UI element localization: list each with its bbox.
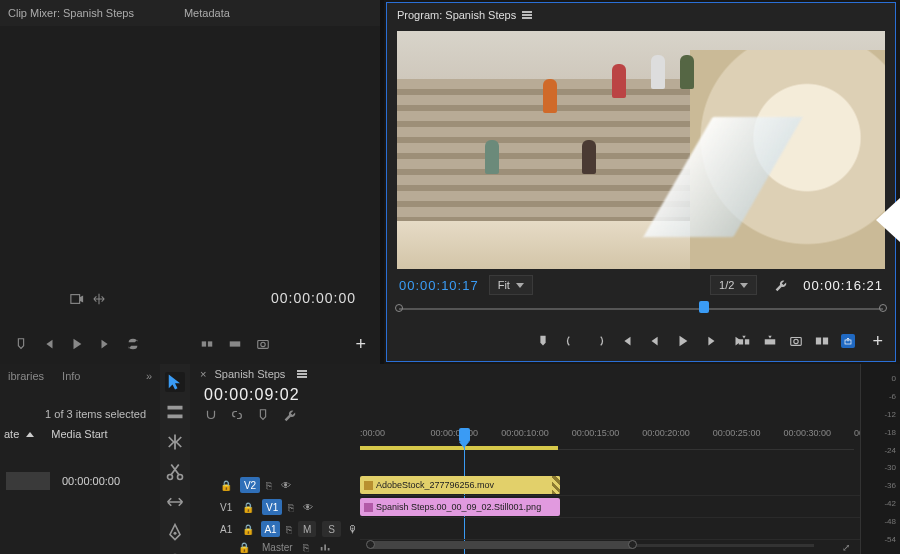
lock-icon[interactable]: 🔒 — [220, 480, 234, 491]
step-forward-icon[interactable] — [98, 337, 112, 351]
comparison-view-icon[interactable] — [815, 334, 829, 348]
tab-libraries[interactable]: ibraries — [8, 370, 44, 382]
track-toggle-a1[interactable]: A1 — [261, 521, 280, 537]
track-header-v1[interactable]: V1 🔒 V1 ⎘ 👁 — [190, 496, 360, 518]
tab-info[interactable]: Info — [62, 370, 80, 382]
track-lane-v2[interactable]: AdobeStock_277796256.mov — [360, 474, 860, 496]
razor-tool-icon[interactable] — [165, 462, 185, 482]
mute-button[interactable]: M — [298, 521, 317, 537]
tab-clip-mixer[interactable]: Clip Mixer: Spanish Steps — [8, 7, 134, 19]
sync-lock-icon[interactable]: ⎘ — [266, 480, 272, 491]
extract-icon[interactable] — [763, 334, 777, 348]
sync-lock-icon[interactable]: ⎘ — [303, 542, 309, 553]
timeline-timecode[interactable]: 00:00:09:02 — [190, 384, 860, 406]
lock-icon[interactable]: 🔒 — [242, 502, 256, 513]
timeline-zoom-scrollbar[interactable] — [368, 540, 814, 550]
clip-v2[interactable]: AdobeStock_277796256.mov — [360, 476, 560, 494]
column-rate[interactable]: ate — [4, 428, 19, 440]
sync-lock-icon[interactable]: ⎘ — [288, 502, 294, 513]
export-frame-icon[interactable] — [789, 334, 803, 348]
close-sequence-icon[interactable]: × — [200, 368, 206, 380]
program-add-button[interactable]: + — [872, 331, 883, 352]
panel-menu-icon[interactable] — [297, 370, 307, 378]
zoom-handle-right[interactable] — [628, 540, 637, 549]
solo-button[interactable]: S — [322, 521, 341, 537]
snap-icon[interactable] — [204, 408, 218, 422]
timeline-settings-icon[interactable] — [282, 408, 296, 422]
track-toggle-v2[interactable]: V2 — [240, 477, 260, 493]
step-back-icon[interactable] — [648, 334, 662, 348]
collapse-arrow-icon[interactable] — [876, 198, 900, 242]
zoom-handle-left[interactable] — [366, 540, 375, 549]
overwrite-icon[interactable] — [228, 337, 242, 351]
meter-mark: -30 — [884, 463, 896, 472]
overflow-chevron-icon[interactable]: » — [146, 370, 152, 382]
insert-icon[interactable] — [200, 337, 214, 351]
meter-mark: -48 — [884, 517, 896, 526]
export-frame-icon[interactable] — [256, 337, 270, 351]
scrollbar-thumb[interactable] — [368, 541, 636, 549]
lock-icon[interactable]: 🔒 — [242, 524, 255, 535]
track-header-a1[interactable]: A1 🔒 A1 ⎘ M S 🎙 — [190, 518, 360, 540]
meter-icon[interactable] — [319, 540, 333, 554]
step-back-icon[interactable] — [42, 337, 56, 351]
panel-menu-icon[interactable] — [522, 11, 532, 19]
meter-mark: -6 — [884, 392, 896, 401]
fx-badge-icon — [364, 503, 373, 512]
project-item-thumbnail[interactable] — [6, 472, 50, 490]
add-marker-icon[interactable] — [14, 337, 28, 351]
linked-selection-icon[interactable] — [230, 408, 244, 422]
svg-rect-6 — [739, 339, 743, 344]
track-header-v2[interactable]: 🔒 V2 ⎘ 👁 — [190, 474, 360, 496]
program-monitor[interactable] — [397, 31, 885, 269]
selection-tool-icon[interactable] — [165, 372, 185, 392]
step-forward-icon[interactable] — [704, 334, 718, 348]
track-lane-v1[interactable]: Spanish Steps.00_00_09_02.Still001.png — [360, 496, 860, 518]
source-add-button[interactable]: + — [355, 334, 366, 355]
project-selection-status: 1 of 3 items selected — [0, 394, 160, 428]
sort-ascending-icon[interactable] — [26, 432, 34, 437]
track-select-tool-icon[interactable] — [165, 402, 185, 422]
slip-tool-icon[interactable] — [165, 492, 185, 512]
sync-lock-icon[interactable]: ⎘ — [286, 524, 292, 535]
voiceover-record-icon[interactable]: 🎙 — [347, 522, 360, 536]
eye-icon[interactable]: 👁 — [300, 502, 316, 513]
expand-chevron-icon[interactable]: ⤢ — [842, 542, 850, 553]
clip-v1[interactable]: Spanish Steps.00_00_09_02.Still001.png — [360, 498, 560, 516]
source-video-only-icon[interactable] — [70, 292, 84, 306]
svg-point-10 — [794, 339, 798, 343]
clip-label: AdobeStock_277796256.mov — [376, 480, 494, 490]
program-scrub-bar[interactable] — [399, 299, 883, 319]
zoom-fit-dropdown[interactable]: Fit — [489, 275, 533, 295]
go-to-in-icon[interactable] — [620, 334, 634, 348]
lock-icon[interactable]: 🔒 — [238, 542, 252, 553]
settings-wrench-icon[interactable] — [773, 278, 787, 292]
track-toggle-v1[interactable]: V1 — [262, 499, 282, 515]
ruler-tick: 00:00:05:00 — [431, 428, 479, 438]
program-playhead[interactable] — [699, 301, 709, 313]
pen-tool-icon[interactable] — [165, 522, 185, 542]
lift-icon[interactable] — [737, 334, 751, 348]
loop-icon[interactable] — [126, 337, 140, 351]
column-media-start[interactable]: Media Start — [51, 428, 107, 440]
eye-icon[interactable]: 👁 — [278, 480, 294, 491]
add-marker-icon[interactable] — [536, 334, 550, 348]
resolution-dropdown[interactable]: 1/2 — [710, 275, 757, 295]
program-timecode-current[interactable]: 00:00:10:17 — [399, 278, 479, 293]
source-drag-icon[interactable] — [92, 292, 106, 306]
svg-rect-1 — [202, 341, 206, 346]
mark-in-icon[interactable] — [564, 334, 578, 348]
project-item-row[interactable]: 00:00:00:00 — [0, 470, 160, 492]
mark-out-icon[interactable] — [592, 334, 606, 348]
track-lane-a1[interactable] — [360, 518, 860, 540]
play-icon[interactable] — [676, 334, 690, 348]
play-icon[interactable] — [70, 337, 84, 351]
chevron-down-icon — [516, 283, 524, 288]
tab-metadata[interactable]: Metadata — [184, 7, 230, 19]
export-icon[interactable] — [841, 334, 855, 348]
sequence-tab[interactable]: Spanish Steps — [214, 368, 285, 380]
source-patch-a1[interactable]: A1 — [220, 524, 232, 535]
ripple-edit-tool-icon[interactable] — [165, 432, 185, 452]
source-patch-v1[interactable]: V1 — [220, 502, 232, 513]
add-marker-icon[interactable] — [256, 408, 270, 422]
